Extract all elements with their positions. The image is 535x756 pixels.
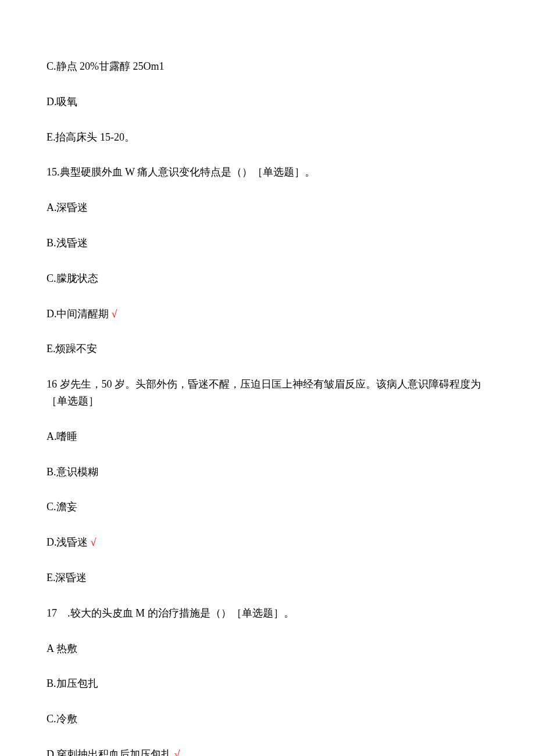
line-text: A.嗜睡 bbox=[47, 431, 78, 442]
line-text: A.深昏迷 bbox=[47, 202, 88, 213]
text-line: D.吸氧 bbox=[47, 94, 488, 110]
text-line: A.嗜睡 bbox=[47, 428, 488, 445]
checkmark-icon: √ bbox=[112, 308, 117, 320]
line-text: 15.典型硬膜外血 W 痛人意识变化特点是（）［单选题］。 bbox=[47, 166, 315, 178]
text-line: D.中间清醒期√ bbox=[47, 306, 488, 323]
text-line: 17 .较大的头皮血 M 的治疗措施是（）［单选题］。 bbox=[47, 605, 488, 622]
line-text: D.吸氧 bbox=[47, 96, 78, 108]
text-line: 16 岁先生，50 岁。头部外伤，昏迷不醒，压迫日匡上神经有皱眉反应。该病人意识… bbox=[47, 376, 488, 410]
text-line: C.澹妄 bbox=[47, 499, 488, 515]
checkmark-icon: √ bbox=[91, 536, 97, 548]
text-line: A 热敷 bbox=[47, 640, 488, 657]
document-content: C.静点 20%甘露醇 25Om1D.吸氧E.抬高床头 15-20。15.典型硬… bbox=[47, 58, 488, 756]
line-text: B.意识模糊 bbox=[47, 466, 98, 478]
line-text: B.加压包扎 bbox=[47, 678, 98, 689]
line-text: B.浅昏迷 bbox=[47, 237, 88, 249]
text-line: E.烦躁不安 bbox=[47, 341, 488, 357]
text-line: C.朦胧状态 bbox=[47, 270, 488, 287]
line-text: C.冷敷 bbox=[47, 713, 77, 725]
line-text: C.澹妄 bbox=[47, 501, 77, 513]
line-text: D.穿刺抽出积血后加压包扎 bbox=[47, 748, 172, 756]
line-text: A 热敷 bbox=[47, 643, 77, 654]
text-line: B.浅昏迷 bbox=[47, 235, 488, 252]
line-text: 16 岁先生，50 岁。头部外伤，昏迷不醒，压迫日匡上神经有皱眉反应。该病人意识… bbox=[47, 378, 481, 407]
line-text: E.深昏迷 bbox=[47, 572, 87, 583]
text-line: C.静点 20%甘露醇 25Om1 bbox=[47, 58, 488, 75]
line-text: D.浅昏迷 bbox=[47, 536, 88, 548]
line-text: C.朦胧状态 bbox=[47, 273, 98, 284]
text-line: C.冷敷 bbox=[47, 711, 488, 728]
text-line: B.加压包扎 bbox=[47, 675, 488, 692]
text-line: D.穿刺抽出积血后加压包扎√ bbox=[47, 746, 488, 756]
text-line: E.抬高床头 15-20。 bbox=[47, 129, 488, 146]
text-line: 15.典型硬膜外血 W 痛人意识变化特点是（）［单选题］。 bbox=[47, 164, 488, 181]
line-text: E.烦躁不安 bbox=[47, 343, 98, 354]
text-line: B.意识模糊 bbox=[47, 464, 488, 481]
line-text: C.静点 20%甘露醇 25Om1 bbox=[47, 60, 165, 72]
line-text: E.抬高床头 15-20。 bbox=[47, 131, 135, 143]
text-line: A.深昏迷 bbox=[47, 199, 488, 216]
text-line: D.浅昏迷√ bbox=[47, 534, 488, 551]
checkmark-icon: √ bbox=[174, 748, 180, 756]
line-text: 17 .较大的头皮血 M 的治疗措施是（）［单选题］。 bbox=[47, 607, 294, 619]
text-line: E.深昏迷 bbox=[47, 569, 488, 586]
line-text: D.中间清醒期 bbox=[47, 308, 109, 320]
